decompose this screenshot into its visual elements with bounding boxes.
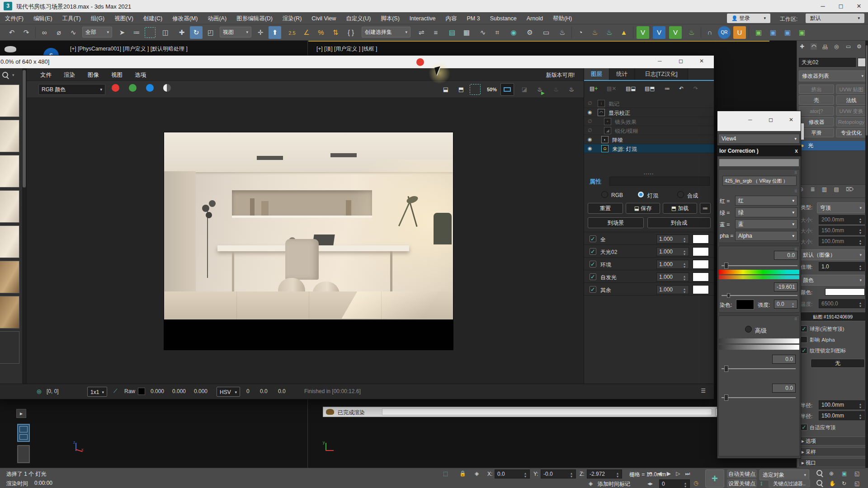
select-by-name-icon[interactable]: ≔: [130, 26, 143, 39]
angle-snap-icon[interactable]: ∠: [300, 26, 313, 39]
tab-hierarchy-icon[interactable]: 品: [822, 43, 828, 51]
radius-field[interactable]: 100.0mm: [819, 400, 865, 409]
pixel-probe-icon[interactable]: ◎: [37, 388, 41, 394]
multiplier-field[interactable]: 1.0: [819, 262, 865, 271]
align-icon[interactable]: ≡: [429, 26, 442, 39]
radio-rgb[interactable]: [601, 191, 608, 198]
adaptive-dome-checkbox[interactable]: [801, 424, 807, 431]
radius-field[interactable]: 150.0mm: [819, 411, 865, 420]
radio-lightmix[interactable]: [637, 191, 644, 198]
redo-icon[interactable]: ↷: [20, 26, 33, 39]
vray-last-render-icon[interactable]: ♨: [685, 26, 698, 39]
viewport-layout-tab[interactable]: [17, 445, 30, 463]
command-panel-scrollbar[interactable]: [865, 41, 868, 468]
tab-display-icon[interactable]: ▭: [846, 43, 851, 50]
scale-icon[interactable]: ◰: [204, 26, 217, 39]
modifier-stack-selected-row[interactable]: ● 光: [798, 141, 868, 150]
close-icon[interactable]: ✕: [850, 0, 868, 12]
lightmix-value[interactable]: 1.000: [656, 260, 689, 269]
percent-snap-icon[interactable]: %: [315, 26, 327, 39]
unit-dropdown[interactable]: 默认（图像）▾: [800, 249, 865, 260]
cc-hue-value[interactable]: 0.0: [774, 251, 797, 260]
cc-bitmap-name[interactable]: 425_lin_srgb （ VRay 位图 ）: [722, 176, 797, 186]
modifier-button[interactable]: UVW 贴图: [836, 84, 867, 94]
qr-icon[interactable]: QR: [718, 26, 731, 39]
vfb-region-select-icon[interactable]: [470, 84, 481, 95]
vfb-update-notice[interactable]: 新版本可用!: [546, 71, 575, 79]
undo-icon[interactable]: ↶: [5, 26, 18, 39]
material-editor-icon[interactable]: ◉: [507, 26, 520, 39]
render-teapot-gold-icon[interactable]: ♨: [589, 26, 601, 39]
menu-views[interactable]: 视图(V): [109, 12, 138, 25]
lightmix-checkbox[interactable]: [590, 248, 596, 255]
eye-icon[interactable]: ◉: [588, 136, 592, 142]
vfb-maximize-icon[interactable]: ◻: [679, 58, 683, 64]
vfb-menu-render[interactable]: 渲染: [58, 68, 80, 82]
select-link-icon[interactable]: ∞: [38, 26, 51, 39]
tab-layers[interactable]: 图层: [584, 68, 609, 80]
auto-key-button[interactable]: 自动关键点: [727, 469, 757, 478]
load-layers-icon[interactable]: ▤⬒: [645, 85, 655, 92]
menu-create[interactable]: 创建(C): [138, 12, 167, 25]
reset-button[interactable]: 重置: [588, 203, 623, 214]
menu-tools[interactable]: 工具(T): [57, 12, 86, 25]
history-thumbnail[interactable]: [0, 84, 19, 117]
menu-modifiers[interactable]: 修改器(M): [167, 12, 203, 25]
mirror-icon[interactable]: ⇌: [415, 26, 428, 39]
to-scene-button[interactable]: 到场景: [588, 217, 644, 228]
viewport-layout-tab-active[interactable]: [17, 424, 30, 442]
lightmix-color-swatch[interactable]: [693, 235, 709, 244]
menu-interactive[interactable]: Interactive: [405, 13, 441, 24]
lightmix-value[interactable]: 1.000: [656, 235, 689, 244]
tab-modify-icon[interactable]: ◠: [811, 43, 817, 50]
blue-channel-icon[interactable]: [146, 84, 154, 92]
layer-list-icon[interactable]: ≔: [665, 85, 670, 92]
render-teapot-teal-icon[interactable]: ♨: [603, 26, 616, 39]
selection-lock-region-icon[interactable]: ⬚: [443, 470, 448, 477]
texture-map-button[interactable]: 贴图 #1914240699: [799, 312, 867, 321]
vray-ipr-icon[interactable]: V: [653, 26, 665, 39]
zoom-icon[interactable]: [816, 470, 822, 477]
history-scrollbar[interactable]: [22, 68, 26, 384]
plugin-green-2-icon[interactable]: ▣: [796, 26, 808, 39]
scene-explorer-icon[interactable]: ▦: [460, 26, 473, 39]
modifier-button[interactable]: ator[?: [799, 106, 834, 116]
vfb-channel-dropdown[interactable]: RGB 颜色▾: [38, 84, 105, 95]
modifier-list-dropdown[interactable]: 修改器列表▾: [799, 70, 867, 81]
cc-maximize-icon[interactable]: ◻: [769, 117, 773, 123]
menu-substance[interactable]: Substance: [485, 13, 522, 24]
lightmix-color-swatch[interactable]: [693, 247, 709, 256]
layer-row-source-lightmix[interactable]: ◉ Ω来源: 灯混: [584, 144, 714, 153]
vfb-save-image-icon[interactable]: ⬓: [439, 83, 453, 96]
red-channel-icon[interactable]: [112, 84, 119, 92]
menu-customize[interactable]: 自定义(U): [341, 12, 376, 25]
cc-blank-button[interactable]: [719, 159, 799, 166]
history-thumbnail[interactable]: [0, 331, 19, 364]
maximize-viewport-icon[interactable]: ◱: [854, 480, 859, 487]
workspace-dropdown[interactable]: 默认 ▾: [806, 14, 864, 23]
z-field[interactable]: -2.972: [587, 469, 622, 479]
cc-minimize-icon[interactable]: ─: [748, 117, 752, 123]
render-frame-window-icon[interactable]: ▭: [540, 26, 552, 39]
history-search-icon[interactable]: [2, 72, 8, 79]
history-thumbnail[interactable]: [0, 155, 19, 188]
eye-icon[interactable]: ◉: [588, 109, 592, 115]
cc-saturation-slider[interactable]: [722, 295, 797, 296]
layer-row-display-correction[interactable]: ◉ ◠显示校正: [584, 108, 714, 117]
cc-tint-swatch[interactable]: [736, 300, 754, 310]
menu-content[interactable]: 内容: [441, 12, 462, 25]
lightmix-checkbox[interactable]: [590, 273, 596, 280]
schematic-view-icon[interactable]: ⌗: [491, 26, 504, 39]
maximize-icon[interactable]: ◻: [832, 0, 850, 12]
vfb-save-all-icon[interactable]: ⬒: [454, 83, 468, 96]
layer-manager-icon[interactable]: ▤: [446, 26, 458, 39]
history-thumbnail[interactable]: [0, 225, 19, 258]
save-button[interactable]: ⬓ 保存: [626, 203, 660, 214]
menu-help[interactable]: 帮助(H): [548, 12, 577, 25]
spinner-snap-icon[interactable]: ⇅: [329, 26, 342, 39]
rotate-icon[interactable]: ↻: [190, 26, 203, 39]
lightmix-color-swatch[interactable]: [693, 285, 709, 294]
load-button[interactable]: ⬒ 加载: [663, 203, 697, 214]
lightmix-checkbox[interactable]: [590, 286, 596, 293]
tab-create-icon[interactable]: ✚: [800, 43, 804, 50]
